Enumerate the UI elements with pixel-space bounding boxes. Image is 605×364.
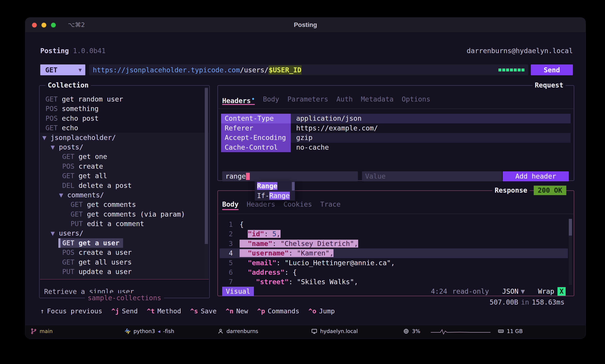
url-bar: GET ▼ https://jsonplaceholder.typicode.c… [40, 65, 573, 75]
collection-request[interactable]: POS create a user [42, 248, 204, 257]
method-dropdown[interactable]: GET ▼ [40, 65, 85, 75]
collection-request[interactable]: PUT edit a comment [42, 219, 204, 229]
tab-options[interactable]: Options [402, 94, 430, 104]
folder-name: posts/ [59, 143, 83, 151]
trace-block [502, 68, 505, 71]
tab-parameters[interactable]: Parameters [287, 94, 328, 104]
header-name: Cache-Control [221, 143, 291, 152]
keybinding-save[interactable]: ^sSave [190, 306, 216, 316]
collection-request[interactable]: POS echo post [42, 114, 204, 123]
tab-trace[interactable]: Trace [320, 200, 340, 209]
wrap-toggle[interactable]: X [557, 287, 566, 296]
autocomplete-scrollbar[interactable] [292, 182, 295, 191]
terminal-window: ⌥⌘2 Posting Posting1.0.0b41 darrenburns@… [25, 18, 586, 338]
code-line: 5 "email": "Lucio_Hettinger@annie.ca", [220, 258, 568, 268]
keybinding-new[interactable]: ^nNew [226, 306, 248, 316]
request-method: GET [62, 153, 79, 160]
autocomplete-option[interactable]: Range [255, 181, 295, 191]
tab-label: Headers [222, 97, 251, 105]
keybinding-send[interactable]: ^jSend [111, 306, 138, 316]
header-value-input[interactable]: Value [362, 171, 502, 181]
collection-folder[interactable]: ▼ jsonplaceholder/ [42, 133, 204, 143]
response-scrollbar[interactable] [569, 219, 572, 235]
autocomplete-option[interactable]: If-Range [255, 191, 295, 201]
keybinding-jump[interactable]: ^oJump [308, 306, 335, 316]
header-name-input[interactable]: range [222, 171, 358, 181]
url-path: /users/ [240, 66, 268, 74]
tab-label: Options [402, 95, 430, 103]
language-chevron-icon[interactable]: ▼ [521, 287, 525, 296]
send-button[interactable]: Send [531, 65, 573, 75]
collection-divider [40, 279, 209, 279]
collection-folder[interactable]: ▼ posts/ [42, 143, 204, 152]
terminal-content: Posting1.0.0b41 darrenburns@hydaelyn.loc… [25, 33, 586, 338]
collection-request[interactable]: DEL delete a post [42, 181, 204, 190]
request-panel: Request Headers•BodyParametersAuthMetada… [217, 85, 574, 181]
collection-request[interactable]: GET get comments [42, 200, 204, 209]
tab-body[interactable]: Body [263, 94, 279, 104]
language-select[interactable]: JSON [502, 287, 518, 296]
cpu-sparkline [430, 327, 491, 337]
git-branch-indicator: main [30, 325, 53, 337]
response-code: 1{2 "id": 5,3 "name": "Chelsey Dietrich"… [220, 220, 568, 287]
response-time: 158.63ms [532, 298, 565, 306]
collection-request[interactable]: PUT update a user [42, 267, 204, 276]
header-row[interactable]: Cache-Controlno-cache [221, 143, 571, 152]
tab-headers[interactable]: Headers• [222, 94, 255, 104]
line-number: 6 [220, 268, 233, 277]
request-method: POS [45, 114, 62, 122]
tab-label: Headers [247, 200, 275, 208]
request-name: echo post [62, 114, 99, 122]
keybinding-focus-previous[interactable]: ↑Focus previous [40, 306, 102, 316]
wrap-label: Wrap [538, 287, 554, 296]
text-cursor [246, 173, 250, 180]
tab-auth[interactable]: Auth [336, 94, 353, 104]
tab-label: Parameters [287, 95, 328, 103]
code-line: 6 "address": { [220, 268, 568, 277]
code-line: 4 "username": "Kamren", [220, 248, 568, 258]
collection-request[interactable]: GET get a user [42, 238, 204, 248]
option-text: If- [257, 192, 269, 200]
collection-request[interactable]: GET get one [42, 152, 204, 161]
header-row[interactable]: Accept-Encodinggzip [221, 133, 571, 143]
header-inputs: range Value Add header [222, 171, 569, 181]
keybinding-key: ^t [147, 307, 155, 315]
tab-cookies[interactable]: Cookies [283, 200, 312, 209]
keybinding-method[interactable]: ^tMethod [147, 306, 181, 316]
trace-block [506, 68, 509, 71]
trace-block [522, 68, 524, 71]
collection-request[interactable]: POS create [42, 162, 204, 171]
tab-body[interactable]: Body [222, 200, 239, 209]
tab-headers[interactable]: Headers [247, 200, 275, 209]
computer-icon [311, 328, 317, 334]
collection-scrollbar[interactable] [205, 88, 208, 244]
add-header-button[interactable]: Add header [503, 171, 569, 181]
cpu-percent-label: 3% [412, 328, 420, 334]
option-match-highlight: Range [269, 192, 290, 200]
collection-request[interactable]: GET get all [42, 171, 204, 181]
header-name: Referer [221, 123, 291, 133]
collection-request[interactable]: POS something [42, 104, 204, 114]
collection-request[interactable]: GET echo [42, 123, 204, 133]
headers-table: Content-Typeapplication/jsonRefererhttps… [221, 114, 571, 152]
keybinding-commands[interactable]: ^pCommands [257, 306, 299, 316]
keybinding-key: ^j [111, 307, 119, 315]
collection-request[interactable]: GET get random user [42, 94, 204, 104]
collection-request[interactable]: GET get comments (via param) [42, 209, 204, 219]
response-header-labels: Response 200 OK [492, 186, 566, 195]
request-name: edit a comment [87, 220, 144, 228]
memory-indicator: 11 GB [498, 325, 523, 337]
user-icon [217, 328, 224, 334]
user-host-label: darrenburns@hydaelyn.local [467, 46, 573, 56]
url-input[interactable]: https://jsonplaceholder.typicode.com/use… [89, 65, 528, 75]
header-row[interactable]: Refererhttps://example.com/ [221, 123, 571, 133]
host-indicator: hydaelyn.local [311, 325, 358, 337]
header-value: https://example.com/ [291, 123, 571, 133]
collection-request[interactable]: GET get all users [42, 258, 204, 267]
trace-block [518, 68, 521, 71]
tab-metadata[interactable]: Metadata [361, 94, 394, 104]
collection-folder[interactable]: ▼ comments/ [42, 190, 204, 200]
header-row[interactable]: Content-Typeapplication/json [221, 114, 571, 123]
collection-folder[interactable]: ▼ users/ [42, 229, 204, 238]
request-name: create [79, 162, 103, 170]
